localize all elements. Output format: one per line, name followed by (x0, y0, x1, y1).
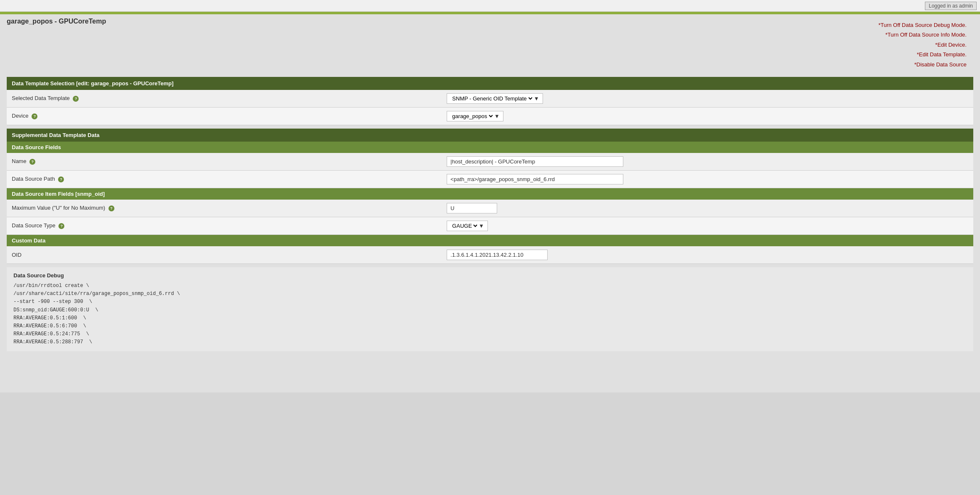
custom-data-table: OID (7, 246, 973, 264)
maximum-value-label: Maximum Value ("U" for No Maximum) ? (7, 200, 442, 217)
action-links: *Turn Off Data Source Debug Mode. *Turn … (871, 18, 973, 72)
data-source-type-row: Data Source Type ? GAUGE ▼ (7, 217, 973, 234)
edit-device-link[interactable]: *Edit Device. (878, 40, 967, 50)
debug-section: Data Source Debug /usr/bin/rrdtool creat… (7, 267, 973, 352)
data-source-path-input[interactable] (447, 174, 623, 184)
supplemental-data-header: Supplemental Data Template Data (7, 129, 973, 142)
oid-input[interactable] (447, 250, 548, 260)
custom-data-section: Custom Data OID (7, 235, 973, 264)
data-source-path-help-icon[interactable]: ? (58, 176, 64, 182)
data-source-type-help-icon[interactable]: ? (58, 223, 64, 229)
page-title: garage_popos - GPUCoreTemp (7, 18, 106, 25)
name-row: Name ? (7, 153, 973, 171)
name-input[interactable] (447, 156, 623, 167)
supplemental-data-table: Name ? Data Source Path ? (7, 153, 973, 188)
data-source-type-label: Data Source Type ? (7, 217, 442, 234)
data-source-path-label: Data Source Path ? (7, 170, 442, 188)
content-wrapper: garage_popos - GPUCoreTemp *Turn Off Dat… (0, 14, 980, 392)
maximum-value-help-icon[interactable]: ? (109, 205, 114, 211)
custom-data-header: Custom Data (7, 235, 973, 246)
data-template-selection-table: Selected Data Template ? SNMP - Generic … (7, 90, 973, 125)
data-source-item-section: Data Source Item Fields [snmp_oid] Maxim… (7, 188, 973, 235)
oid-label: OID (7, 246, 442, 264)
device-chevron-down-icon: ▼ (494, 113, 500, 119)
maximum-value-row: Maximum Value ("U" for No Maximum) ? (7, 200, 973, 217)
selected-data-template-row: Selected Data Template ? SNMP - Generic … (7, 90, 973, 108)
device-select[interactable]: garage_popos (450, 113, 494, 120)
selected-data-template-help-icon[interactable]: ? (73, 96, 79, 102)
chevron-down-icon: ▼ (534, 95, 539, 102)
name-help-icon[interactable]: ? (29, 159, 35, 165)
selected-data-template-label: Selected Data Template ? (7, 90, 442, 108)
data-source-type-select-wrapper: GAUGE ▼ (447, 221, 488, 231)
header-row: garage_popos - GPUCoreTemp *Turn Off Dat… (0, 14, 980, 75)
selected-data-template-select-wrapper: SNMP - Generic OID Template ▼ (447, 93, 543, 104)
selected-data-template-select[interactable]: SNMP - Generic OID Template (450, 95, 534, 102)
data-source-item-table: Maximum Value ("U" for No Maximum) ? Dat… (7, 200, 973, 235)
logged-in-label: Logged in as admin (925, 2, 977, 10)
main-content: Data Template Selection [edit: garage_po… (0, 75, 980, 358)
edit-data-template-link[interactable]: *Edit Data Template. (878, 50, 967, 59)
data-source-fields-header: Data Source Fields (7, 142, 973, 153)
disable-data-source-link[interactable]: *Disable Data Source (878, 60, 967, 69)
data-source-path-row: Data Source Path ? (7, 170, 973, 188)
name-label: Name ? (7, 153, 442, 171)
turn-off-info-link[interactable]: *Turn Off Data Source Info Mode. (878, 30, 967, 39)
device-row: Device ? garage_popos ▼ (7, 107, 973, 125)
turn-off-debug-link[interactable]: *Turn Off Data Source Debug Mode. (878, 20, 967, 30)
data-template-selection-header: Data Template Selection [edit: garage_po… (7, 77, 973, 90)
data-source-type-select[interactable]: GAUGE (450, 222, 479, 229)
device-help-icon[interactable]: ? (32, 113, 37, 119)
top-nav-bar: Logged in as admin (0, 0, 980, 12)
data-source-item-header: Data Source Item Fields [snmp_oid] (7, 188, 973, 200)
data-template-selection-section: Data Template Selection [edit: garage_po… (7, 77, 973, 125)
supplemental-data-section: Supplemental Data Template Data Data Sou… (7, 129, 973, 188)
debug-code: /usr/bin/rrdtool create \ /usr/share/cac… (13, 282, 967, 347)
data-source-type-chevron-icon: ▼ (479, 223, 484, 229)
debug-title: Data Source Debug (13, 272, 967, 279)
oid-row: OID (7, 246, 973, 264)
maximum-value-input[interactable] (447, 203, 497, 213)
device-select-wrapper: garage_popos ▼ (447, 111, 503, 121)
device-label: Device ? (7, 107, 442, 125)
